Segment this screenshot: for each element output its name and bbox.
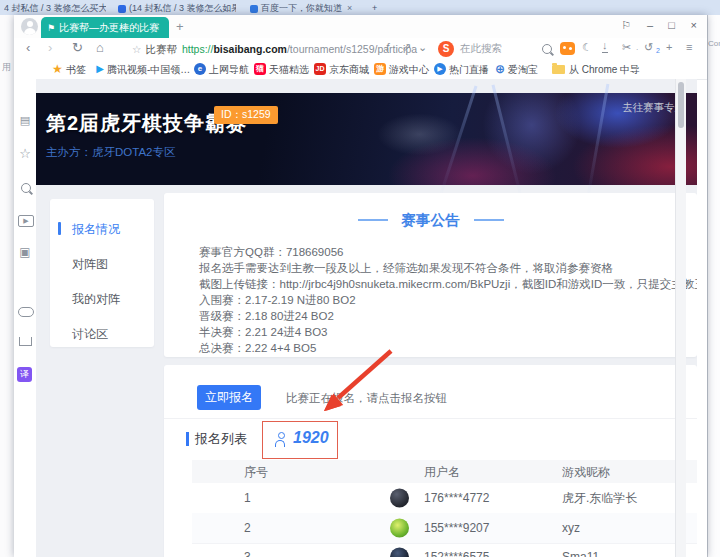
announcement-line: 赛事官方QQ群：718669056 [199,245,343,260]
table-row: 2 155****9207 xyz [192,513,697,544]
announcement-line: 半决赛：2.21 24进4 BO3 [199,325,327,340]
nav-item-signup-status[interactable]: 报名情况 [72,221,120,238]
menu-icon[interactable]: ≡ [686,41,692,53]
address-bar[interactable]: ☆比赛帮https://bisaibang.com/tournament/s12… [132,40,422,58]
favorites-star-icon[interactable]: ☆ [18,147,32,161]
col-header-nick: 游戏昵称 [562,463,610,480]
signup-button[interactable]: 立即报名 [197,385,261,410]
signup-card: 立即报名 比赛正在报名，请点击报名按钮 报名列表 1920 序号 用户名 游戏昵… [164,365,697,557]
bookmark-item[interactable]: 京东商城 [329,63,369,76]
nav-item-bracket[interactable]: 对阵图 [72,256,108,273]
nav-item-my-matches[interactable]: 我的对阵 [72,291,120,308]
refresh-icon[interactable]: ↻ [72,40,83,55]
theme-icon[interactable]: ⚐ [621,19,631,32]
tab-favicon [118,5,126,13]
share-icon[interactable]: ⇗ [402,41,411,54]
cell-nick: xyz [562,521,580,535]
active-tab-title: 比赛帮—办更棒的比赛 [59,22,159,33]
announcement-line: 晋级赛：2.18 80进24 BO2 [199,309,334,324]
night-mode-icon[interactable]: ☾ [582,41,592,54]
bookmark-item[interactable]: 书签 [66,63,86,76]
announcement-line: 总决赛：2.22 4+4 BO5 [199,341,316,356]
user-avatar[interactable] [21,18,38,35]
video-icon[interactable]: ▶ [18,215,34,227]
cell-no: 2 [244,521,251,535]
bookmark-star-icon[interactable]: ☆ [132,43,141,55]
close-icon[interactable]: × [347,3,352,13]
announcement-line: 报名选手需要达到主教一段及以上，经筛选如果发现不符合条件，将取消参赛资格 [199,261,613,276]
background-left-text: 用 [2,61,11,74]
browser-window: ⚑比赛帮—办更棒的比赛 × + ⚐ – □ × ‹ › ↻ ⌂ ☆比赛帮http… [14,15,707,557]
search-input[interactable]: 在此搜索 [460,42,548,56]
site-label: 比赛帮 [145,43,177,55]
photo-icon[interactable]: ▣ [18,245,32,259]
col-header-user: 用户名 [424,463,460,480]
bookmark-folder[interactable]: 从 Chrome 中导 [569,63,640,76]
signup-count: 1920 [293,429,329,447]
bookmark-item[interactable]: 腾讯视频-中国领… [107,63,190,76]
background-tab[interactable]: (14 封私信 / 3 装修怎么如果 C…× [118,2,236,15]
search-side-icon[interactable] [18,181,32,195]
signup-status-text: 比赛正在报名，请点击报名按钮 [286,391,447,406]
card-icon[interactable]: ▤ [18,113,32,127]
bookmark-item[interactable]: 上网导航 [209,63,249,76]
add-panel-icon[interactable]: + [19,553,27,557]
background-tab[interactable]: 4 封私信 / 3 装修怎么买大全…× [4,2,106,15]
active-tab[interactable]: ⚑比赛帮—办更棒的比赛 × [41,17,169,38]
stage-light [438,85,478,200]
restore-count-badge: 2 [656,47,660,54]
divider [164,418,697,419]
person-icon [275,432,286,446]
chevron-down-icon[interactable]: ⌄ [418,41,427,54]
star-icon: ★ [52,63,63,75]
nav-item-discussion[interactable]: 讨论区 [72,326,108,343]
new-tab-button[interactable]: + [176,19,184,34]
globe-icon: ⊕ [494,63,506,75]
avatar [390,548,409,557]
home-icon[interactable]: ⌂ [96,40,104,55]
close-window-button[interactable]: × [691,19,697,31]
cell-nick: 虎牙.东临学长 [562,490,637,507]
chevron-down-icon[interactable]: · [636,46,638,53]
stage-light [586,84,610,203]
restore-history-icon[interactable]: ↺ [644,41,653,54]
translate-icon[interactable]: 译 [17,367,32,382]
bookmark-item[interactable]: 天猫精选 [269,63,309,76]
forward-icon[interactable]: › [48,40,52,55]
dash-decoration [358,219,388,221]
background-new-tab-button[interactable]: + [372,2,384,15]
scrollbar-thumb[interactable] [678,82,684,128]
maximize-button[interactable]: □ [668,19,675,31]
cell-no: 1 [244,491,251,505]
jd-icon: JD [314,63,326,75]
sogou-search-icon[interactable]: S [438,41,454,57]
screenshot-scissors-icon[interactable]: ✂ [622,41,631,54]
bookmark-item[interactable]: 热门直播 [449,63,489,76]
bookmark-item[interactable]: 游戏中心 [389,63,429,76]
minimize-button[interactable]: – [647,19,653,31]
cart-icon[interactable] [19,337,32,346]
tmall-icon: 猫 [254,63,266,75]
count-highlight-box: 1920 [262,421,338,459]
download-icon[interactable]: ↓ [602,41,608,53]
game-center-icon: 游 [374,63,386,75]
nav-e-icon: e [194,63,206,75]
bookmark-item[interactable]: 爱淘宝 [508,63,538,76]
add-icon[interactable]: + [666,41,672,53]
chat-bubble-icon[interactable] [18,307,34,317]
table-header: 序号 用户名 游戏昵称 [192,460,697,483]
col-header-no: 序号 [244,463,268,480]
page-scrollbar[interactable] [675,79,686,557]
game-center-icon[interactable] [560,42,575,55]
background-tab-title: 4 封私信 / 3 装修怎么买大全… [4,3,106,13]
tournament-banner: 第2届虎牙棋技争霸赛 ID：s1259 主办方：虎牙DOTA2专区 去往赛事专题 [36,93,697,185]
background-window-right-edge: Comm [707,15,720,557]
cell-user: 152****6575 [424,550,489,557]
plugin-f-icon[interactable]: f [386,41,389,53]
tencent-video-icon: ▶ [94,63,106,75]
back-icon[interactable]: ‹ [26,40,30,55]
url-domain: bisaibang.com [213,43,287,55]
background-tab[interactable]: 百度一下，你就知道× [250,2,360,15]
signup-list-label: 报名列表 [195,430,247,448]
search-icon[interactable] [542,44,552,54]
